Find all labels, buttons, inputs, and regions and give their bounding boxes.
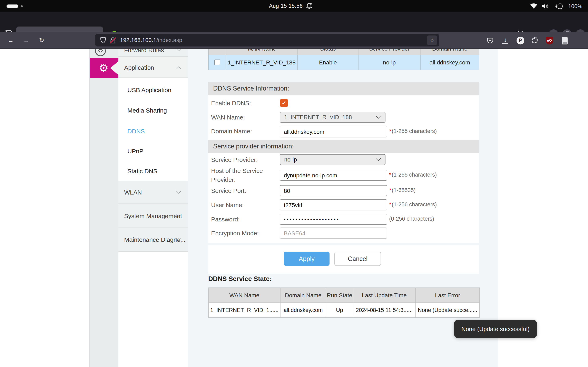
password-input[interactable] [280, 214, 387, 225]
ddns-service-state-table: WAN Name Domain Name Run State Last Upda… [208, 287, 480, 318]
url-path: /index.asp [156, 37, 182, 43]
state-column-header: Last Update Time [353, 288, 416, 303]
sidebar-item-ddns-selected[interactable]: DDNS [118, 127, 188, 135]
state-column-header: Last Error [416, 288, 479, 303]
encryption-mode-label: Encryption Mode: [211, 229, 259, 237]
wan-name-label: WAN Name: [211, 113, 245, 122]
workspace-indicator-active[interactable] [7, 4, 18, 8]
ddns-service-state-title: DDNS Service State: [208, 275, 272, 283]
chevron-down-icon [376, 113, 381, 118]
forward-rules-icon[interactable] [95, 49, 106, 57]
sidebar-item-application[interactable]: Application [118, 57, 188, 78]
service-port-input[interactable] [280, 185, 387, 196]
row-checkbox[interactable] [214, 59, 220, 65]
service-provider-label: Service Provider: [211, 156, 258, 164]
reader-page-icon[interactable] [559, 35, 570, 46]
tooltip-text: None (Update successful) [461, 325, 530, 332]
sidebar-item-label: System Management [124, 212, 182, 219]
chevron-down-icon [176, 49, 181, 51]
sidebar-item-media-sharing[interactable]: Media Sharing [118, 106, 188, 115]
sidebar-item-wlan[interactable]: WLAN [118, 181, 188, 204]
host-label-line2: Provider: [211, 176, 236, 184]
state-cell-last-error: None (Update succe...... [416, 303, 479, 317]
password-manager-icon[interactable]: P [515, 35, 526, 46]
enable-ddns-label: Enable DDNS: [211, 99, 251, 107]
notification-bell-icon[interactable] [305, 2, 313, 10]
column-header: WAN Name [226, 49, 298, 55]
sidebar-item-label: WLAN [124, 189, 142, 196]
host-label-line1: Host of the Service [211, 167, 263, 175]
wan-name-select[interactable]: 1_INTERNET_R_VID_188 [280, 112, 385, 123]
downloads-icon[interactable]: ↓ [500, 35, 511, 46]
section-header-service-provider-information: Service provider information: [208, 140, 479, 153]
sidebar-icon-rail [90, 49, 118, 367]
wan-name-value: 1_INTERNET_R_VID_188 [284, 114, 352, 120]
insecure-lock-icon[interactable] [110, 37, 116, 43]
apply-button[interactable]: Apply [284, 252, 329, 266]
sidebar-item-label: Application [124, 64, 154, 71]
url-bar[interactable]: 192.168.100.1/index.asp ☆ [95, 34, 439, 47]
chevron-up-icon [176, 67, 181, 72]
sidebar-item-forward-rules[interactable]: Forward Rules [118, 49, 188, 57]
domain-name-label: Domain Name: [211, 127, 252, 135]
sidebar-item-usb-application[interactable]: USB Application [118, 86, 188, 94]
forward-button[interactable]: → [21, 35, 31, 46]
last-error-tooltip: None (Update successful) [454, 320, 537, 338]
sidebar-item-static-dns[interactable]: Static DNS [118, 167, 188, 175]
column-header: Status [298, 49, 359, 55]
reload-button[interactable]: ↻ [36, 35, 47, 46]
domain-name-input[interactable] [280, 125, 387, 137]
cancel-button[interactable]: Cancel [334, 252, 381, 266]
sidebar-item-upnp[interactable]: UPnP [118, 147, 188, 155]
password-label: Password: [211, 215, 240, 224]
cell-service-provider: no-ip [359, 55, 421, 70]
enable-ddns-checkbox[interactable]: ✓ [280, 99, 288, 107]
chevron-down-icon [376, 156, 381, 161]
state-column-header: Domain Name [281, 288, 326, 303]
battery-charging-icon [554, 3, 564, 9]
page-viewport: ⚙ Forward Rules Application USB Applicat… [0, 49, 588, 367]
tracking-protection-shield-icon[interactable] [100, 37, 106, 44]
chevron-down-icon [176, 188, 181, 193]
domain-name-hint: *(1-255 characters) [389, 128, 437, 135]
ublock-origin-icon[interactable]: uO [544, 35, 555, 46]
system-status-area[interactable]: 100% [530, 0, 582, 12]
service-provider-select[interactable]: no-ip [280, 154, 385, 165]
column-header: Service Provider [359, 49, 421, 55]
battery-percent: 100% [568, 3, 582, 9]
cell-wan-name: 1_INTERNET_R_VID_188 [226, 55, 298, 70]
application-gear-icon[interactable]: ⚙ [96, 62, 111, 75]
wifi-icon [530, 3, 537, 9]
encryption-mode-input[interactable] [280, 227, 387, 239]
cell-status: Enable [298, 55, 359, 70]
section-header-ddns-service-information: DDNS Service Information: [208, 82, 479, 95]
user-name-label: User Name: [211, 201, 244, 209]
volume-icon [542, 3, 549, 9]
back-button[interactable]: ← [5, 35, 16, 46]
host-hint: *(1-255 characters) [389, 171, 437, 179]
browser-tab-bar: HG8145V5 ✕ My No-IP ✕ + — ✕ [0, 12, 588, 32]
pocket-icon[interactable] [485, 35, 496, 46]
sidebar-item-maintenance-diagnose[interactable]: Maintenance Diagno... [118, 228, 188, 252]
column-header: Domain Name [421, 49, 479, 55]
service-provider-value: no-ip [284, 156, 297, 163]
extensions-puzzle-icon[interactable] [530, 35, 541, 46]
password-hint: (0-256 characters) [389, 215, 434, 223]
hamburger-menu-icon[interactable] [573, 35, 584, 46]
service-port-label: Service Port: [211, 187, 246, 195]
state-cell-last-update-time: 2024-08-15 11:54:3...... [353, 303, 416, 317]
user-name-input[interactable] [280, 200, 387, 210]
state-column-header: Run State [326, 288, 353, 303]
service-port-hint: *(1-65535) [389, 187, 416, 194]
sidebar-item-system-management[interactable]: System Management [118, 204, 188, 227]
workspace-indicator-dot[interactable] [21, 5, 23, 7]
column-header-checkbox [209, 49, 226, 55]
cell-domain-name: all.ddnskey.com [421, 55, 479, 70]
host-input[interactable] [280, 170, 387, 181]
state-cell-domain-name: all.ddnskey.com [281, 303, 326, 317]
bookmark-star-icon[interactable]: ☆ [427, 35, 437, 45]
ddns-config-table: WAN Name Status Service Provider Domain … [208, 49, 479, 70]
sidebar-item-label: Maintenance Diagno... [124, 236, 185, 243]
screen: Aug 15 15:56 100% HG8145V5 ✕ My No-IP ✕ … [0, 0, 588, 367]
system-top-bar: Aug 15 15:56 100% [0, 0, 588, 12]
